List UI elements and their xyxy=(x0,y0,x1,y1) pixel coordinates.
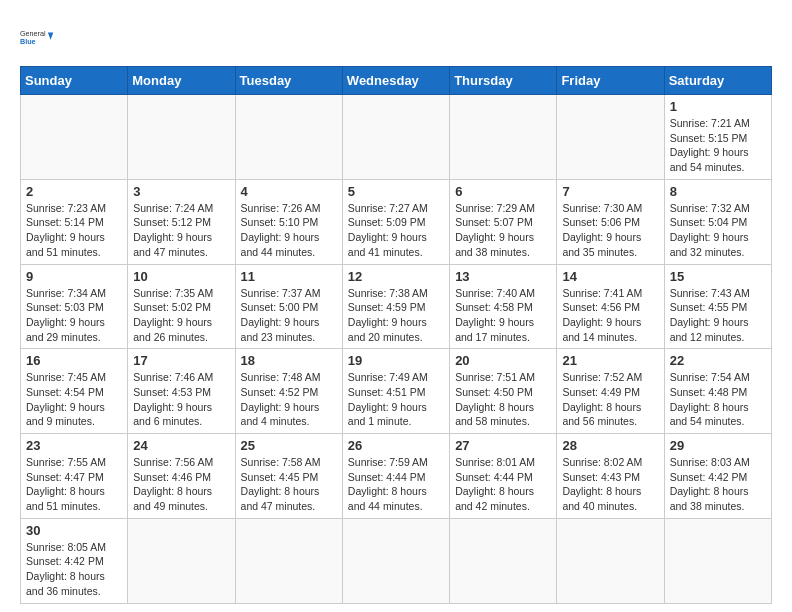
day-number: 12 xyxy=(348,269,444,284)
day-number: 16 xyxy=(26,353,122,368)
svg-marker-2 xyxy=(48,33,53,40)
calendar-cell xyxy=(342,518,449,603)
day-info: Sunrise: 7:34 AM Sunset: 5:03 PM Dayligh… xyxy=(26,286,122,345)
calendar-cell: 7Sunrise: 7:30 AM Sunset: 5:06 PM Daylig… xyxy=(557,179,664,264)
day-info: Sunrise: 8:01 AM Sunset: 4:44 PM Dayligh… xyxy=(455,455,551,514)
calendar-cell xyxy=(235,518,342,603)
day-number: 11 xyxy=(241,269,337,284)
calendar-cell: 13Sunrise: 7:40 AM Sunset: 4:58 PM Dayli… xyxy=(450,264,557,349)
day-info: Sunrise: 7:30 AM Sunset: 5:06 PM Dayligh… xyxy=(562,201,658,260)
calendar-cell: 30Sunrise: 8:05 AM Sunset: 4:42 PM Dayli… xyxy=(21,518,128,603)
calendar-cell: 9Sunrise: 7:34 AM Sunset: 5:03 PM Daylig… xyxy=(21,264,128,349)
day-header-friday: Friday xyxy=(557,67,664,95)
calendar-cell: 22Sunrise: 7:54 AM Sunset: 4:48 PM Dayli… xyxy=(664,349,771,434)
calendar-cell: 19Sunrise: 7:49 AM Sunset: 4:51 PM Dayli… xyxy=(342,349,449,434)
calendar-cell: 2Sunrise: 7:23 AM Sunset: 5:14 PM Daylig… xyxy=(21,179,128,264)
day-info: Sunrise: 7:49 AM Sunset: 4:51 PM Dayligh… xyxy=(348,370,444,429)
calendar-cell xyxy=(450,95,557,180)
day-info: Sunrise: 7:27 AM Sunset: 5:09 PM Dayligh… xyxy=(348,201,444,260)
day-number: 8 xyxy=(670,184,766,199)
calendar-cell xyxy=(450,518,557,603)
day-info: Sunrise: 7:43 AM Sunset: 4:55 PM Dayligh… xyxy=(670,286,766,345)
calendar-week-6: 30Sunrise: 8:05 AM Sunset: 4:42 PM Dayli… xyxy=(21,518,772,603)
calendar-cell: 14Sunrise: 7:41 AM Sunset: 4:56 PM Dayli… xyxy=(557,264,664,349)
day-number: 24 xyxy=(133,438,229,453)
calendar-cell: 23Sunrise: 7:55 AM Sunset: 4:47 PM Dayli… xyxy=(21,434,128,519)
day-info: Sunrise: 7:51 AM Sunset: 4:50 PM Dayligh… xyxy=(455,370,551,429)
day-number: 15 xyxy=(670,269,766,284)
day-number: 23 xyxy=(26,438,122,453)
calendar-cell: 16Sunrise: 7:45 AM Sunset: 4:54 PM Dayli… xyxy=(21,349,128,434)
day-info: Sunrise: 7:32 AM Sunset: 5:04 PM Dayligh… xyxy=(670,201,766,260)
calendar-cell: 5Sunrise: 7:27 AM Sunset: 5:09 PM Daylig… xyxy=(342,179,449,264)
day-info: Sunrise: 7:59 AM Sunset: 4:44 PM Dayligh… xyxy=(348,455,444,514)
calendar-cell xyxy=(128,518,235,603)
calendar-header-row: SundayMondayTuesdayWednesdayThursdayFrid… xyxy=(21,67,772,95)
logo: GeneralBlue xyxy=(20,20,56,56)
day-info: Sunrise: 8:05 AM Sunset: 4:42 PM Dayligh… xyxy=(26,540,122,599)
logo-icon: GeneralBlue xyxy=(20,20,56,56)
day-info: Sunrise: 7:56 AM Sunset: 4:46 PM Dayligh… xyxy=(133,455,229,514)
day-info: Sunrise: 7:37 AM Sunset: 5:00 PM Dayligh… xyxy=(241,286,337,345)
calendar-cell: 1Sunrise: 7:21 AM Sunset: 5:15 PM Daylig… xyxy=(664,95,771,180)
calendar-cell: 11Sunrise: 7:37 AM Sunset: 5:00 PM Dayli… xyxy=(235,264,342,349)
svg-text:General: General xyxy=(20,29,46,38)
day-info: Sunrise: 7:52 AM Sunset: 4:49 PM Dayligh… xyxy=(562,370,658,429)
day-info: Sunrise: 7:40 AM Sunset: 4:58 PM Dayligh… xyxy=(455,286,551,345)
calendar-table: SundayMondayTuesdayWednesdayThursdayFrid… xyxy=(20,66,772,604)
calendar-week-5: 23Sunrise: 7:55 AM Sunset: 4:47 PM Dayli… xyxy=(21,434,772,519)
calendar-cell xyxy=(342,95,449,180)
day-number: 18 xyxy=(241,353,337,368)
day-header-tuesday: Tuesday xyxy=(235,67,342,95)
calendar-cell xyxy=(664,518,771,603)
day-number: 13 xyxy=(455,269,551,284)
day-header-saturday: Saturday xyxy=(664,67,771,95)
day-info: Sunrise: 7:58 AM Sunset: 4:45 PM Dayligh… xyxy=(241,455,337,514)
svg-text:Blue: Blue xyxy=(20,37,36,46)
calendar-cell: 12Sunrise: 7:38 AM Sunset: 4:59 PM Dayli… xyxy=(342,264,449,349)
calendar-cell: 6Sunrise: 7:29 AM Sunset: 5:07 PM Daylig… xyxy=(450,179,557,264)
day-info: Sunrise: 7:54 AM Sunset: 4:48 PM Dayligh… xyxy=(670,370,766,429)
calendar-week-1: 1Sunrise: 7:21 AM Sunset: 5:15 PM Daylig… xyxy=(21,95,772,180)
day-number: 1 xyxy=(670,99,766,114)
day-header-sunday: Sunday xyxy=(21,67,128,95)
day-info: Sunrise: 8:03 AM Sunset: 4:42 PM Dayligh… xyxy=(670,455,766,514)
calendar-cell xyxy=(557,518,664,603)
day-info: Sunrise: 7:21 AM Sunset: 5:15 PM Dayligh… xyxy=(670,116,766,175)
day-header-wednesday: Wednesday xyxy=(342,67,449,95)
calendar-cell: 15Sunrise: 7:43 AM Sunset: 4:55 PM Dayli… xyxy=(664,264,771,349)
day-number: 4 xyxy=(241,184,337,199)
calendar-cell: 26Sunrise: 7:59 AM Sunset: 4:44 PM Dayli… xyxy=(342,434,449,519)
day-number: 21 xyxy=(562,353,658,368)
day-info: Sunrise: 7:41 AM Sunset: 4:56 PM Dayligh… xyxy=(562,286,658,345)
day-info: Sunrise: 7:24 AM Sunset: 5:12 PM Dayligh… xyxy=(133,201,229,260)
day-info: Sunrise: 8:02 AM Sunset: 4:43 PM Dayligh… xyxy=(562,455,658,514)
day-number: 14 xyxy=(562,269,658,284)
day-info: Sunrise: 7:26 AM Sunset: 5:10 PM Dayligh… xyxy=(241,201,337,260)
calendar-cell: 18Sunrise: 7:48 AM Sunset: 4:52 PM Dayli… xyxy=(235,349,342,434)
day-number: 3 xyxy=(133,184,229,199)
day-info: Sunrise: 7:23 AM Sunset: 5:14 PM Dayligh… xyxy=(26,201,122,260)
calendar-cell xyxy=(128,95,235,180)
calendar-week-2: 2Sunrise: 7:23 AM Sunset: 5:14 PM Daylig… xyxy=(21,179,772,264)
day-number: 6 xyxy=(455,184,551,199)
calendar-cell: 21Sunrise: 7:52 AM Sunset: 4:49 PM Dayli… xyxy=(557,349,664,434)
day-number: 2 xyxy=(26,184,122,199)
calendar-cell xyxy=(21,95,128,180)
day-number: 7 xyxy=(562,184,658,199)
day-header-monday: Monday xyxy=(128,67,235,95)
day-number: 9 xyxy=(26,269,122,284)
calendar-cell: 27Sunrise: 8:01 AM Sunset: 4:44 PM Dayli… xyxy=(450,434,557,519)
calendar-cell: 10Sunrise: 7:35 AM Sunset: 5:02 PM Dayli… xyxy=(128,264,235,349)
calendar-cell: 28Sunrise: 8:02 AM Sunset: 4:43 PM Dayli… xyxy=(557,434,664,519)
day-number: 19 xyxy=(348,353,444,368)
calendar-cell: 3Sunrise: 7:24 AM Sunset: 5:12 PM Daylig… xyxy=(128,179,235,264)
calendar-cell xyxy=(557,95,664,180)
day-number: 30 xyxy=(26,523,122,538)
day-number: 5 xyxy=(348,184,444,199)
day-info: Sunrise: 7:38 AM Sunset: 4:59 PM Dayligh… xyxy=(348,286,444,345)
calendar-week-4: 16Sunrise: 7:45 AM Sunset: 4:54 PM Dayli… xyxy=(21,349,772,434)
calendar-cell: 24Sunrise: 7:56 AM Sunset: 4:46 PM Dayli… xyxy=(128,434,235,519)
day-number: 29 xyxy=(670,438,766,453)
calendar-cell: 25Sunrise: 7:58 AM Sunset: 4:45 PM Dayli… xyxy=(235,434,342,519)
